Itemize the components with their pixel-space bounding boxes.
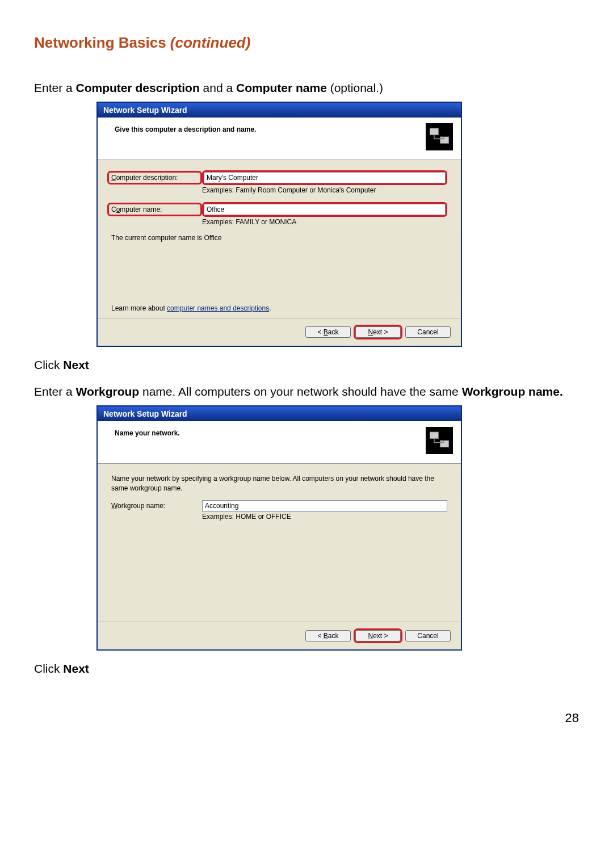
wizard-body: Computer description: Examples: Family R…	[98, 160, 461, 318]
network-icon	[426, 123, 453, 150]
learn-more: Learn more about computer names and desc…	[111, 304, 447, 312]
workgroup-input-wrap	[202, 500, 447, 511]
learn-text: .	[269, 304, 271, 312]
instr-bold: Computer description	[76, 81, 200, 94]
computer-name-input-highlight	[202, 202, 447, 217]
back-button[interactable]: < Back	[305, 326, 351, 338]
instr-bold: Computer name	[236, 81, 327, 94]
next-button[interactable]: Next >	[355, 630, 401, 641]
wizard-body: Name your network by specifying a workgr…	[98, 464, 461, 622]
workgroup-name-input[interactable]	[202, 500, 447, 511]
window-title: Network Setup Wizard	[98, 103, 461, 118]
wizard-workgroup: Network Setup Wizard Name your network. …	[96, 405, 462, 651]
instr-bold: Next	[63, 662, 89, 675]
window-title: Network Setup Wizard	[98, 406, 461, 421]
cancel-button[interactable]: Cancel	[405, 326, 451, 338]
next-button[interactable]: Next >	[355, 326, 401, 338]
cancel-button[interactable]: Cancel	[405, 630, 451, 641]
svg-rect-2	[430, 432, 438, 439]
computer-name-example: Examples: FAMILY or MONICA	[202, 218, 447, 226]
network-icon	[426, 427, 453, 454]
svg-rect-3	[440, 441, 449, 447]
computer-description-input-highlight	[202, 170, 447, 185]
computer-name-input[interactable]	[204, 204, 446, 215]
workgroup-name-label: Workgroup name:	[111, 502, 202, 510]
instr-text: and a	[200, 81, 236, 94]
section-heading: Networking Basics (continued)	[34, 34, 579, 52]
wizard-header-text: Name your network.	[115, 427, 180, 437]
instr-text: Click	[34, 662, 63, 675]
wizard-computer-name: Network Setup Wizard Give this computer …	[96, 102, 462, 347]
click-next-1: Click Next	[34, 357, 579, 373]
current-computer-name: The current computer name is Office	[111, 234, 447, 242]
wizard-footer: < Back Next > Cancel	[98, 318, 461, 346]
svg-rect-1	[440, 137, 449, 144]
instr-text: Enter a	[34, 81, 76, 94]
computer-description-input[interactable]	[204, 172, 446, 183]
instruction-workgroup: Enter a Workgroup name. All computers on…	[34, 384, 579, 400]
instr-text: name. All computers on your network shou…	[139, 385, 461, 398]
learn-text: Learn more about	[111, 304, 167, 312]
computer-description-label: Computer description:	[107, 171, 202, 184]
instr-bold: Next	[63, 358, 89, 371]
instr-bold: Workgroup name.	[462, 385, 563, 398]
instr-text: (optional.)	[327, 81, 383, 94]
instr-text: Click	[34, 358, 63, 371]
page-number: 28	[34, 711, 579, 726]
wizard-header-text: Give this computer a description and nam…	[115, 123, 256, 133]
computer-name-label: Computer name:	[107, 203, 202, 216]
wizard-footer: < Back Next > Cancel	[98, 622, 461, 649]
computer-description-example: Examples: Family Room Computer or Monica…	[202, 186, 447, 194]
wizard-header: Name your network.	[98, 421, 461, 464]
workgroup-example: Examples: HOME or OFFICE	[202, 513, 447, 521]
click-next-2: Click Next	[34, 661, 579, 677]
back-button[interactable]: < Back	[305, 630, 351, 641]
instruction-computer-desc: Enter a Computer description and a Compu…	[34, 80, 579, 96]
heading-text: Networking Basics	[34, 34, 170, 51]
learn-more-link[interactable]: computer names and descriptions	[167, 304, 269, 312]
svg-rect-0	[430, 128, 438, 135]
instr-text: Enter a	[34, 385, 76, 398]
instr-bold: Workgroup	[76, 385, 140, 398]
wizard-header: Give this computer a description and nam…	[98, 118, 461, 160]
heading-continued: (continued)	[170, 34, 251, 51]
workgroup-description: Name your network by specifying a workgr…	[111, 474, 447, 493]
